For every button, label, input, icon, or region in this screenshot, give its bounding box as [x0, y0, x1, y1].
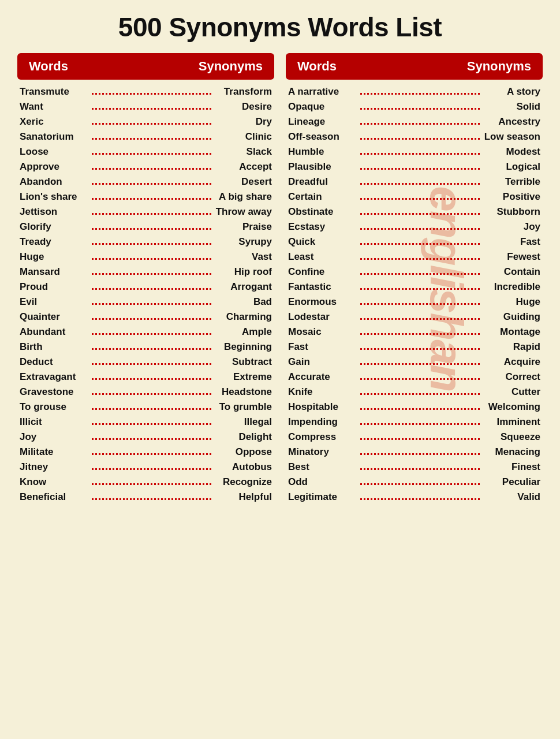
main-content: Words Synonyms Transmute Transform Want …	[17, 53, 543, 505]
dots-separator	[360, 138, 480, 140]
dots-separator	[360, 453, 480, 455]
table-row: Fast Rapid	[286, 339, 543, 354]
word-cell: Abundant	[20, 326, 89, 338]
synonym-cell: Oppose	[214, 446, 272, 458]
dots-separator	[92, 423, 211, 425]
synonym-cell: Menacing	[483, 446, 540, 458]
dots-separator	[92, 333, 211, 335]
synonym-cell: Terrible	[483, 176, 540, 188]
word-cell: Plausible	[288, 161, 357, 173]
dots-separator	[92, 483, 211, 485]
table-row: Obstinate Stubborn	[286, 204, 543, 219]
word-cell: Deduct	[20, 356, 89, 368]
right-words-header: Words	[297, 59, 337, 74]
dots-separator	[92, 138, 211, 140]
word-cell: Fantastic	[288, 281, 357, 293]
table-row: Huge Vast	[17, 249, 274, 264]
synonym-cell: Peculiar	[483, 476, 540, 488]
table-row: Glorify Praise	[17, 219, 274, 234]
word-cell: Jitney	[20, 461, 89, 473]
dots-separator	[360, 348, 480, 350]
table-row: Extravagant Extreme	[17, 370, 274, 385]
dots-separator	[360, 273, 480, 275]
word-cell: Certain	[288, 191, 357, 203]
synonym-cell: Vast	[214, 251, 272, 263]
synonym-cell: Imminent	[483, 416, 540, 428]
dots-separator	[360, 333, 480, 335]
table-row: Knife Cutter	[286, 385, 543, 400]
synonym-cell: Huge	[483, 296, 540, 308]
synonym-cell: Hip roof	[214, 266, 272, 278]
dots-separator	[360, 183, 480, 185]
table-row: Jitney Autobus	[17, 460, 274, 475]
table-row: Jettison Throw away	[17, 204, 274, 219]
word-cell: Ecstasy	[288, 221, 357, 233]
table-row: Minatory Menacing	[286, 445, 543, 460]
word-cell: Quainter	[20, 311, 89, 323]
word-cell: Dreadful	[288, 176, 357, 188]
word-cell: Militate	[20, 446, 89, 458]
table-row: Gravestone Headstone	[17, 385, 274, 400]
table-row: Least Fewest	[286, 249, 543, 264]
dots-separator	[92, 183, 211, 185]
synonym-cell: Squeeze	[483, 431, 540, 443]
synonym-cell: Solid	[483, 101, 540, 113]
table-row: A narrative A story	[286, 84, 543, 99]
table-row: Xeric Dry	[17, 114, 274, 129]
synonym-cell: Throw away	[214, 206, 272, 218]
synonym-cell: Valid	[483, 491, 540, 503]
table-row: Lineage Ancestry	[286, 114, 543, 129]
dots-separator	[92, 393, 211, 395]
word-cell: Approve	[20, 161, 89, 173]
word-cell: Proud	[20, 281, 89, 293]
table-row: Ecstasy Joy	[286, 219, 543, 234]
synonym-cell: Bad	[214, 296, 272, 308]
dots-separator	[92, 123, 211, 125]
table-row: Sanatorium Clinic	[17, 129, 274, 144]
dots-separator	[360, 123, 480, 125]
word-cell: Beneficial	[20, 491, 89, 503]
word-cell: Impending	[288, 416, 357, 428]
dots-separator	[360, 288, 480, 290]
table-row: Impending Imminent	[286, 415, 543, 430]
word-cell: Minatory	[288, 446, 357, 458]
table-row: Proud Arrogant	[17, 279, 274, 294]
word-cell: Legitimate	[288, 491, 357, 503]
word-cell: Transmute	[20, 86, 89, 98]
word-cell: Lion's share	[20, 191, 89, 203]
word-cell: Know	[20, 476, 89, 488]
dots-separator	[360, 408, 480, 410]
synonym-cell: Positive	[483, 191, 540, 203]
synonym-cell: Fast	[483, 236, 540, 248]
word-cell: Least	[288, 251, 357, 263]
word-cell: Glorify	[20, 221, 89, 233]
dots-separator	[360, 108, 480, 110]
table-row: Lodestar Guiding	[286, 309, 543, 324]
table-row: Opaque Solid	[286, 99, 543, 114]
dots-separator	[92, 348, 211, 350]
synonym-cell: Ancestry	[483, 116, 540, 128]
dots-separator	[92, 258, 211, 260]
table-row: Enormous Huge	[286, 294, 543, 309]
table-row: Abandon Desert	[17, 174, 274, 189]
synonym-cell: Subtract	[214, 356, 272, 368]
left-column: Words Synonyms Transmute Transform Want …	[17, 53, 274, 505]
word-cell: Fast	[288, 341, 357, 353]
table-row: Lion's share A big share	[17, 189, 274, 204]
word-cell: Accurate	[288, 371, 357, 383]
right-word-list: A narrative A story Opaque Solid Lineage…	[286, 84, 543, 505]
table-row: Plausible Logical	[286, 159, 543, 174]
synonym-cell: Modest	[483, 146, 540, 158]
page-title: 500 Synonyms Words List	[17, 12, 543, 43]
synonym-cell: Contain	[483, 266, 540, 278]
table-row: Legitimate Valid	[286, 490, 543, 505]
word-cell: A narrative	[288, 86, 357, 98]
synonym-cell: Clinic	[214, 131, 272, 143]
dots-separator	[92, 378, 211, 380]
dots-separator	[360, 423, 480, 425]
table-row: Loose Slack	[17, 144, 274, 159]
synonym-cell: Syrupy	[214, 236, 272, 248]
dots-separator	[360, 228, 480, 230]
synonym-cell: Low season	[483, 131, 540, 143]
word-cell: Enormous	[288, 296, 357, 308]
